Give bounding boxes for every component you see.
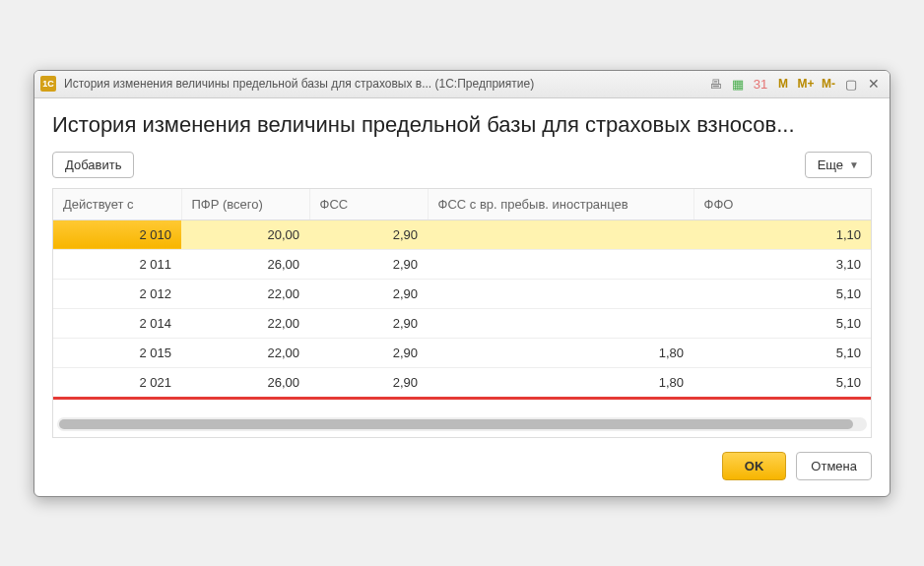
calculator-icon[interactable]: ▦ (728, 75, 748, 93)
horizontal-scrollbar[interactable] (57, 417, 867, 431)
scroll-area (53, 400, 871, 437)
cell-pfr[interactable]: 20,00 (181, 220, 309, 249)
cell-fss_foreign[interactable] (428, 220, 693, 249)
scrollbar-thumb[interactable] (59, 419, 853, 429)
window-title: История изменения величины предельной ба… (64, 77, 534, 91)
ok-button[interactable]: OK (722, 452, 787, 480)
cell-pfr[interactable]: 22,00 (181, 338, 309, 367)
cell-fss[interactable]: 2,90 (309, 249, 428, 279)
col-header-pfr[interactable]: ПФР (всего) (181, 189, 309, 220)
page-title: История изменения величины предельной ба… (52, 112, 872, 138)
cell-ffo[interactable]: 5,10 (693, 367, 871, 397)
m-minus-icon[interactable]: M- (819, 75, 838, 93)
cell-fss[interactable]: 2,90 (309, 367, 428, 397)
cell-ffo[interactable]: 3,10 (693, 249, 871, 279)
cell-fss_foreign[interactable] (428, 279, 693, 308)
chevron-down-icon: ▼ (849, 159, 859, 170)
table-body: 2 01020,002,901,102 01126,002,903,102 01… (53, 220, 871, 397)
col-header-ffo[interactable]: ФФО (693, 189, 871, 220)
close-icon[interactable]: ✕ (864, 75, 884, 93)
more-button[interactable]: Еще ▼ (805, 152, 872, 178)
cell-fss_foreign[interactable] (428, 249, 693, 279)
cell-fss[interactable]: 2,90 (309, 338, 428, 367)
calendar-icon[interactable]: 31 (751, 75, 770, 93)
cell-ffo[interactable]: 1,10 (693, 220, 871, 249)
data-table: Действует с ПФР (всего) ФСС ФСС с вр. пр… (53, 189, 871, 398)
table-row[interactable]: 2 02126,002,901,805,10 (53, 367, 871, 397)
m-icon[interactable]: M (773, 75, 793, 93)
content-area: История изменения величины предельной ба… (34, 98, 890, 496)
cell-pfr[interactable]: 26,00 (181, 249, 309, 279)
app-logo-icon: 1C (40, 76, 56, 92)
cancel-button[interactable]: Отмена (796, 452, 872, 480)
print-icon[interactable]: 🖶 (705, 75, 725, 93)
toolbar: Добавить Еще ▼ (52, 152, 872, 178)
cell-fss_foreign[interactable] (428, 308, 693, 338)
table-row[interactable]: 2 01422,002,905,10 (53, 308, 871, 338)
titlebar-controls: 🖶 ▦ 31 M M+ M- ▢ ✕ (705, 75, 884, 93)
minimize-icon[interactable]: ▢ (841, 75, 861, 93)
footer: OK Отмена (52, 452, 872, 480)
cell-date[interactable]: 2 012 (53, 279, 181, 308)
table-row[interactable]: 2 01222,002,905,10 (53, 279, 871, 308)
add-button[interactable]: Добавить (52, 152, 134, 178)
table-row[interactable]: 2 01126,002,903,10 (53, 249, 871, 279)
col-header-fss-foreign[interactable]: ФСС с вр. пребыв. иностранцев (428, 189, 693, 220)
more-button-label: Еще (818, 157, 843, 172)
cell-pfr[interactable]: 26,00 (181, 367, 309, 397)
dialog-window: 1C История изменения величины предельной… (33, 70, 891, 497)
cell-date[interactable]: 2 014 (53, 308, 181, 338)
cell-pfr[interactable]: 22,00 (181, 308, 309, 338)
m-plus-icon[interactable]: M+ (796, 75, 816, 93)
cell-ffo[interactable]: 5,10 (693, 338, 871, 367)
cell-date[interactable]: 2 015 (53, 338, 181, 367)
cell-date[interactable]: 2 011 (53, 249, 181, 279)
cell-ffo[interactable]: 5,10 (693, 279, 871, 308)
table-row[interactable]: 2 01020,002,901,10 (53, 220, 871, 249)
col-header-fss[interactable]: ФСС (309, 189, 428, 220)
cell-fss_foreign[interactable]: 1,80 (428, 338, 693, 367)
cell-date[interactable]: 2 021 (53, 367, 181, 397)
col-header-date[interactable]: Действует с (53, 189, 181, 220)
cell-fss[interactable]: 2,90 (309, 279, 428, 308)
table-row[interactable]: 2 01522,002,901,805,10 (53, 338, 871, 367)
cell-ffo[interactable]: 5,10 (693, 308, 871, 338)
cell-date[interactable]: 2 010 (53, 220, 181, 249)
cell-pfr[interactable]: 22,00 (181, 279, 309, 308)
titlebar: 1C История изменения величины предельной… (34, 71, 890, 98)
cell-fss[interactable]: 2,90 (309, 220, 428, 249)
cell-fss[interactable]: 2,90 (309, 308, 428, 338)
cell-fss_foreign[interactable]: 1,80 (428, 367, 693, 397)
table-container: Действует с ПФР (всего) ФСС ФСС с вр. пр… (52, 188, 872, 438)
